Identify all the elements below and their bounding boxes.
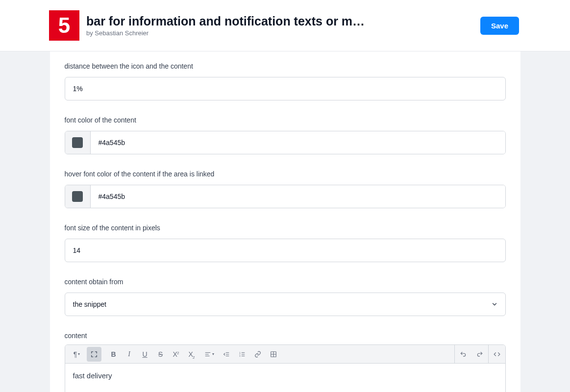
page-title: bar for information and notification tex… xyxy=(86,14,371,28)
field-font-color: font color of the content xyxy=(65,116,506,154)
hover-color-row xyxy=(65,185,506,208)
chevron-down-icon: ▾ xyxy=(78,352,80,356)
toolbar-right xyxy=(454,345,505,363)
outdent-button[interactable] xyxy=(219,347,234,362)
strikethrough-icon: S xyxy=(158,350,163,358)
svg-text:3: 3 xyxy=(239,354,241,357)
hover-color-swatch-button[interactable] xyxy=(65,185,91,208)
subscript-icon: X2 xyxy=(189,350,196,358)
redo-button[interactable] xyxy=(471,345,488,364)
font-color-swatch xyxy=(72,137,83,148)
align-left-icon xyxy=(204,351,211,358)
list-ordered-icon: 123 xyxy=(239,351,246,358)
subscript-button[interactable]: X2 xyxy=(185,347,199,362)
code-view-button[interactable] xyxy=(489,345,505,364)
hover-color-input[interactable] xyxy=(91,185,505,208)
hover-color-swatch xyxy=(72,191,83,202)
outdent-icon xyxy=(223,351,230,358)
field-label-font-color: font color of the content xyxy=(65,116,506,124)
page-header: bar for information and notification tex… xyxy=(0,0,570,51)
field-font-size: font size of the content in pixels xyxy=(65,224,506,262)
editor-toolbar: ¶▾ B I U S X2 X2 ▾ xyxy=(65,345,505,364)
field-distance: distance between the icon and the conten… xyxy=(65,62,506,100)
undo-button[interactable] xyxy=(455,345,471,364)
link-icon xyxy=(254,351,261,358)
field-content-from: content obtain from xyxy=(65,278,506,316)
superscript-icon: X2 xyxy=(173,350,180,358)
italic-icon: I xyxy=(128,350,130,358)
page-byline: by Sebastian Schreier xyxy=(86,29,461,37)
plugin-logo xyxy=(49,10,79,41)
content-from-select-wrap xyxy=(65,293,506,316)
strikethrough-button[interactable]: S xyxy=(153,347,168,362)
paragraph-format-button[interactable]: ¶▾ xyxy=(68,347,86,362)
underline-icon: U xyxy=(142,350,147,358)
font-size-input[interactable] xyxy=(65,239,506,262)
font-color-row xyxy=(65,131,506,154)
content-textarea[interactable]: fast delivery xyxy=(65,364,505,392)
content-from-select[interactable] xyxy=(65,293,506,316)
undo-icon xyxy=(460,351,467,358)
field-label-hover-color: hover font color of the content if the a… xyxy=(65,170,506,178)
field-content: content ¶▾ B I U S X2 xyxy=(65,332,506,392)
title-block: bar for information and notification tex… xyxy=(86,14,480,37)
field-label-distance: distance between the icon and the conten… xyxy=(65,62,506,70)
font-color-input[interactable] xyxy=(91,131,505,154)
align-button[interactable]: ▾ xyxy=(200,347,218,362)
toolbar-left: ¶▾ B I U S X2 X2 ▾ xyxy=(65,345,454,363)
italic-button[interactable]: I xyxy=(122,347,137,362)
pilcrow-icon: ¶ xyxy=(74,350,77,358)
distance-input[interactable] xyxy=(65,77,506,100)
field-label-font-size: font size of the content in pixels xyxy=(65,224,506,232)
chevron-down-icon: ▾ xyxy=(212,352,214,356)
superscript-button[interactable]: X2 xyxy=(169,347,184,362)
field-label-content-from: content obtain from xyxy=(65,278,506,286)
rich-text-editor: ¶▾ B I U S X2 X2 ▾ xyxy=(65,344,506,392)
fullscreen-button[interactable] xyxy=(87,347,101,362)
bold-button[interactable]: B xyxy=(106,347,121,362)
table-button[interactable] xyxy=(266,347,281,362)
underline-button[interactable]: U xyxy=(138,347,152,362)
table-icon xyxy=(270,351,277,358)
redo-icon xyxy=(476,351,483,358)
field-label-content: content xyxy=(65,332,506,340)
link-button[interactable] xyxy=(250,347,265,362)
expand-icon xyxy=(91,351,98,358)
field-hover-color: hover font color of the content if the a… xyxy=(65,170,506,208)
save-button[interactable]: Save xyxy=(480,17,519,35)
bold-icon: B xyxy=(111,350,116,358)
ordered-list-button[interactable]: 123 xyxy=(235,347,249,362)
form-panel: distance between the icon and the conten… xyxy=(50,51,520,392)
code-icon xyxy=(494,351,500,358)
font-color-swatch-button[interactable] xyxy=(65,131,91,154)
header-left: bar for information and notification tex… xyxy=(49,10,480,41)
